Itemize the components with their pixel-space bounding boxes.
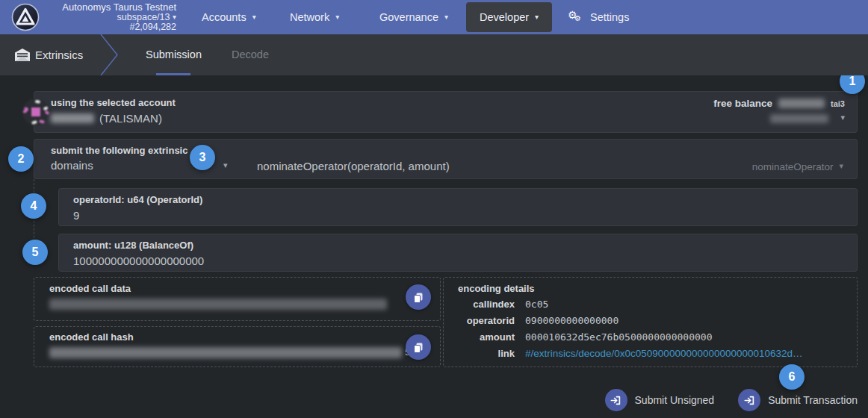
copy-icon	[412, 291, 424, 303]
section-title: Extrinsics	[35, 34, 83, 75]
copy-call-hash-button[interactable]	[406, 334, 431, 360]
action-bar: Submit Unsigned Submit Transaction	[605, 389, 858, 411]
menu-developer[interactable]: Developer ▾	[466, 2, 552, 32]
param-amount-value[interactable]: 100000000000000000000	[73, 255, 204, 267]
menu-accounts[interactable]: Accounts ▾	[202, 0, 256, 34]
param-operatorid-field[interactable]: operatorId: u64 (OperatorId) 9	[58, 188, 858, 226]
gears-icon: ⚙ ⚙	[568, 10, 584, 25]
divider-chevron	[99, 34, 119, 75]
free-balance-label: free balance	[713, 98, 772, 109]
chevron-down-icon: ▾	[335, 13, 339, 21]
annotation-badge-5: 5	[22, 240, 48, 265]
balance-unit: tai3	[831, 99, 845, 108]
redacted-call-hash	[49, 347, 402, 358]
network-info: Autonomys Taurus Testnet subspace/13 ▾ #…	[51, 2, 176, 33]
chevron-down-icon[interactable]: ▾	[840, 113, 845, 122]
tab-submission[interactable]: Submission	[146, 34, 202, 75]
tab-decode[interactable]: Decode	[232, 34, 269, 75]
autonomys-logo-icon[interactable]	[11, 3, 40, 31]
copy-icon	[412, 341, 424, 353]
encoding-row-amount: amount 000010632d5ec76b0500000000000000	[458, 331, 849, 343]
param-amount-label: amount: u128 (BalanceOf)	[73, 240, 193, 251]
call-signature: nominateOperator(operatorId, amount)	[257, 160, 450, 172]
param-amount-field[interactable]: amount: u128 (BalanceOf) 100000000000000…	[58, 234, 858, 272]
menu-settings[interactable]: ⚙ ⚙ Settings	[568, 0, 629, 34]
param-operatorid-label: operatorId: u64 (OperatorId)	[73, 194, 202, 205]
balance-block: free balance tai3 ▾	[713, 98, 845, 123]
extrinsics-icon	[15, 49, 30, 61]
redacted-account-name	[51, 113, 94, 123]
encoding-row-callindex: callindex 0c05	[458, 299, 849, 310]
chain-selector[interactable]: subspace/13 ▾	[51, 13, 176, 23]
extrinsic-selector: submit the following extrinsic domains ▾…	[34, 139, 858, 179]
menu-governance[interactable]: Governance ▾	[379, 0, 448, 34]
sign-in-icon	[605, 389, 627, 411]
chevron-down-icon[interactable]: ▾	[223, 160, 228, 170]
active-tab-underline	[156, 73, 190, 75]
chevron-down-icon: ▾	[173, 12, 176, 22]
redacted-call-data	[49, 299, 387, 310]
sub-navbar: Extrinsics Submission Decode	[0, 34, 868, 75]
chevron-down-icon: ▾	[444, 13, 448, 21]
chevron-down-icon: ▾	[839, 161, 843, 171]
encoding-details-rows: callindex 0c05 operatorid 09000000000000…	[458, 299, 849, 364]
encoding-details-panel: encoding details callindex 0c05 operator…	[443, 277, 858, 367]
pallet-select[interactable]: domains	[51, 159, 93, 172]
redacted-balance-secondary	[770, 114, 828, 123]
method-select[interactable]: nominateOperator ▾	[752, 161, 843, 172]
account-identicon	[22, 98, 50, 126]
block-number: #2,094,282	[51, 22, 176, 33]
annotation-badge-3: 3	[190, 145, 215, 170]
extrinsic-label: submit the following extrinsic	[51, 145, 187, 156]
sign-in-icon	[738, 389, 760, 411]
encoded-call-hash-panel: encoded call hash 5	[34, 326, 441, 367]
redacted-balance-value	[778, 99, 825, 108]
network-name: Autonomys Taurus Testnet	[51, 2, 176, 13]
encoding-row-operatorid: operatorid 0900000000000000	[458, 315, 849, 326]
account-selector[interactable]: using the selected account (TALISMAN) fr…	[34, 91, 858, 133]
extrinsics-page: Autonomys Taurus Testnet subspace/13 ▾ #…	[0, 0, 868, 418]
annotation-badge-2: 2	[8, 146, 34, 172]
encoded-call-data-label: encoded call data	[49, 283, 131, 294]
decode-link[interactable]: #/extrinsics/decode/0x0c0509000000000000…	[525, 348, 803, 359]
submit-unsigned-button[interactable]: Submit Unsigned	[605, 389, 715, 411]
encoding-details-title: encoding details	[458, 283, 535, 294]
submit-transaction-button[interactable]: Submit Transaction	[738, 389, 858, 411]
chevron-down-icon: ▾	[252, 13, 256, 21]
param-operatorid-value[interactable]: 9	[73, 209, 79, 222]
account-name-row: (TALISMAN)	[51, 112, 162, 125]
account-label: using the selected account	[51, 97, 176, 108]
annotation-badge-6: 6	[779, 364, 805, 390]
top-navbar: Autonomys Taurus Testnet subspace/13 ▾ #…	[0, 0, 868, 34]
copy-call-data-button[interactable]	[406, 284, 431, 310]
chevron-down-icon: ▾	[535, 13, 539, 21]
menu-network[interactable]: Network ▾	[290, 0, 339, 34]
encoded-call-hash-label: encoded call hash	[49, 331, 134, 343]
account-name-suffix: (TALISMAN)	[99, 112, 162, 125]
encoding-row-link: link #/extrinsics/decode/0x0c05090000000…	[458, 348, 849, 359]
encoded-call-data-panel: encoded call data	[34, 277, 441, 321]
annotation-badge-4: 4	[21, 193, 46, 219]
